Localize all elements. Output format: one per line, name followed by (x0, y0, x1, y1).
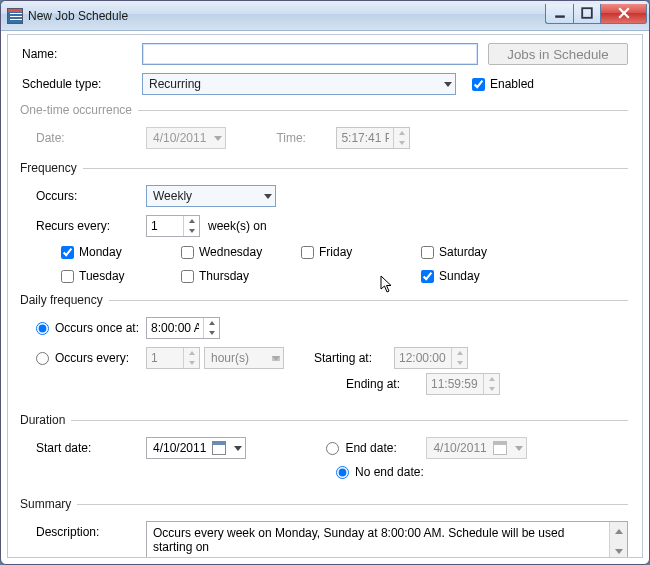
svg-rect-0 (555, 15, 565, 17)
end-date-radio[interactable] (326, 442, 339, 455)
occurs-once-radio-wrap[interactable]: Occurs once at: (36, 321, 146, 335)
duration-legend: Duration (20, 413, 71, 427)
one-time-group: One-time occurrence Date: 4/10/2011 Time… (22, 103, 628, 155)
start-date-value: 4/10/2011 (153, 441, 206, 455)
occurs-every-radio-wrap[interactable]: Occurs every: (36, 351, 146, 365)
enabled-checkbox-wrap[interactable]: Enabled (472, 77, 534, 91)
occurs-every-unit-combo: hour(s) (204, 347, 284, 369)
titlebar[interactable]: New Job Schedule (1, 1, 649, 31)
close-icon (618, 7, 630, 19)
ending-at-value (427, 374, 483, 394)
start-date-picker[interactable]: 4/10/2011 (146, 437, 246, 459)
enabled-checkbox[interactable] (472, 78, 485, 91)
spin-up-icon[interactable] (184, 216, 199, 226)
one-time-date-value: 4/10/2011 (153, 131, 206, 145)
no-end-date-radio-wrap[interactable]: No end date: (336, 465, 424, 479)
maximize-button[interactable] (573, 4, 601, 24)
jobs-in-schedule-button[interactable]: Jobs in Schedule (488, 43, 628, 65)
day-monday[interactable]: Monday (61, 245, 181, 259)
one-time-time-label: Time: (276, 131, 336, 145)
recurs-every-spinner[interactable] (146, 215, 200, 237)
description-textarea[interactable]: Occurs every week on Monday, Sunday at 8… (146, 521, 628, 558)
calendar-icon (212, 441, 226, 455)
calendar-icon (493, 441, 507, 455)
spin-down-icon[interactable] (204, 328, 219, 338)
description-label: Description: (36, 521, 146, 539)
one-time-legend: One-time occurrence (20, 103, 138, 117)
occurs-combo[interactable]: Weekly (146, 185, 276, 207)
chevron-down-icon (264, 194, 272, 199)
one-time-time-value (337, 128, 393, 148)
window-title: New Job Schedule (28, 9, 128, 23)
chevron-down-icon (272, 356, 280, 361)
dialog-window: New Job Schedule Name: Jobs in Schedule … (0, 0, 650, 565)
day-thursday[interactable]: Thursday (181, 269, 301, 283)
occurs-once-time-value[interactable] (147, 318, 203, 338)
occurs-every-radio[interactable] (36, 352, 49, 365)
ending-at-label: Ending at: (346, 377, 426, 391)
app-icon (7, 8, 23, 24)
occurs-every-unit-value: hour(s) (211, 351, 249, 365)
name-input[interactable] (142, 43, 478, 65)
summary-legend: Summary (20, 497, 77, 511)
no-end-date-radio[interactable] (336, 466, 349, 479)
recurs-every-value[interactable] (147, 216, 183, 236)
end-date-label: End date: (345, 441, 396, 455)
occurs-once-time-spinner[interactable] (146, 317, 220, 339)
spin-up-icon[interactable] (204, 318, 219, 328)
minimize-button[interactable] (545, 4, 573, 24)
occurs-label: Occurs: (36, 189, 146, 203)
end-date-picker: 4/10/2011 (426, 437, 526, 459)
one-time-date-picker: 4/10/2011 (146, 127, 226, 149)
scrollbar[interactable] (609, 522, 627, 558)
day-sunday[interactable]: Sunday (421, 269, 521, 283)
duration-group: Duration Start date: 4/10/2011 End date: (22, 413, 628, 491)
schedule-type-label: Schedule type: (22, 77, 142, 91)
scroll-up-icon[interactable] (610, 522, 627, 540)
starting-at-label: Starting at: (314, 351, 394, 365)
schedule-type-value: Recurring (149, 77, 201, 91)
day-friday[interactable]: Friday (301, 245, 421, 259)
recurs-every-suffix: week(s) on (208, 219, 267, 233)
schedule-type-combo[interactable]: Recurring (142, 73, 456, 95)
minimize-icon (554, 7, 566, 19)
close-button[interactable] (601, 4, 647, 24)
end-date-value: 4/10/2011 (433, 441, 486, 455)
start-date-label: Start date: (36, 441, 146, 455)
daily-frequency-legend: Daily frequency (20, 293, 109, 307)
spin-down-icon[interactable] (184, 226, 199, 236)
daily-frequency-group: Daily frequency Occurs once at: Occ (22, 293, 628, 407)
chevron-down-icon (234, 446, 242, 451)
ending-at-spinner (426, 373, 500, 395)
occurs-every-value (147, 348, 183, 368)
summary-group: Summary Description: Occurs every week o… (22, 497, 628, 558)
occurs-once-label: Occurs once at: (55, 321, 139, 335)
end-date-radio-wrap[interactable]: End date: (326, 441, 426, 455)
occurs-every-label: Occurs every: (55, 351, 129, 365)
occurs-once-radio[interactable] (36, 322, 49, 335)
no-end-date-label: No end date: (355, 465, 424, 479)
day-tuesday[interactable]: Tuesday (61, 269, 181, 283)
chevron-down-icon (444, 82, 452, 87)
chevron-down-icon (515, 446, 523, 451)
scroll-down-icon[interactable] (610, 542, 627, 558)
day-wednesday[interactable]: Wednesday (181, 245, 301, 259)
one-time-time-spinner (336, 127, 410, 149)
recurs-every-label: Recurs every: (36, 219, 146, 233)
occurs-every-value-spinner (146, 347, 200, 369)
description-value: Occurs every week on Monday, Sunday at 8… (147, 522, 609, 558)
enabled-label: Enabled (490, 77, 534, 91)
dialog-content: Name: Jobs in Schedule Schedule type: Re… (7, 34, 643, 558)
svg-rect-1 (582, 8, 592, 18)
occurs-value: Weekly (153, 189, 192, 203)
frequency-group: Frequency Occurs: Weekly Recurs every: w… (22, 161, 628, 287)
days-of-week-grid: Monday Wednesday Friday Saturday Tuesday… (36, 245, 628, 283)
window-controls (545, 4, 647, 24)
starting-at-value (395, 348, 451, 368)
chevron-down-icon (214, 136, 222, 141)
one-time-date-label: Date: (36, 131, 65, 145)
frequency-legend: Frequency (20, 161, 83, 175)
day-saturday[interactable]: Saturday (421, 245, 521, 259)
starting-at-spinner (394, 347, 468, 369)
name-label: Name: (22, 47, 142, 61)
